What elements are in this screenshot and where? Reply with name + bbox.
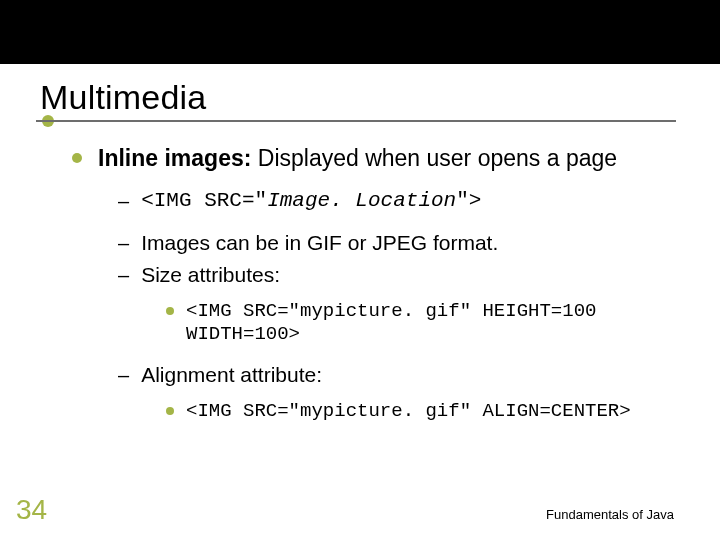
slide-body: Multimedia Inline images: Displayed when… <box>0 64 720 540</box>
title-underline <box>36 120 676 122</box>
dash-icon: – <box>118 262 129 288</box>
sub1-ital: Image. Location <box>267 189 456 212</box>
sub4-text: Alignment attribute: <box>141 362 672 388</box>
bullet-level3: <IMG SRC="mypicture. gif" HEIGHT=100 WID… <box>166 300 672 346</box>
bullet-level2-code: – <IMG SRC="Image. Location"> <box>118 188 672 214</box>
sub1-post: "> <box>456 189 481 212</box>
dash-icon: – <box>118 188 129 214</box>
sub1-code: <IMG SRC="Image. Location"> <box>141 188 672 214</box>
bullet-disc-icon <box>72 153 82 163</box>
slide-title: Multimedia <box>40 78 206 117</box>
top-black-bar <box>0 0 720 64</box>
dash-icon: – <box>118 362 129 388</box>
bullet1-rest: Displayed when user opens a page <box>251 145 617 171</box>
sub3-code: <IMG SRC="mypicture. gif" HEIGHT=100 WID… <box>186 300 672 346</box>
bullet-level3: <IMG SRC="mypicture. gif" ALIGN=CENTER> <box>166 400 672 423</box>
bullet-disc-icon <box>166 307 174 315</box>
dash-icon: – <box>118 230 129 256</box>
sub4-code: <IMG SRC="mypicture. gif" ALIGN=CENTER> <box>186 400 672 423</box>
bullet-level1: Inline images: Displayed when user opens… <box>72 144 672 172</box>
bullet1-label: Inline images: <box>98 145 251 171</box>
footer-text: Fundamentals of Java <box>546 507 674 522</box>
bullet-level2: – Size attributes: <box>118 262 672 288</box>
bullet-level2: – Alignment attribute: <box>118 362 672 388</box>
bullet1-text: Inline images: Displayed when user opens… <box>98 144 672 172</box>
page-number: 34 <box>16 494 47 526</box>
bullet-level2: – Images can be in GIF or JPEG format. <box>118 230 672 256</box>
content-area: Inline images: Displayed when user opens… <box>72 144 672 430</box>
bullet-disc-icon <box>166 407 174 415</box>
sub1-pre: <IMG SRC=" <box>141 189 267 212</box>
sub3-text: Size attributes: <box>141 262 672 288</box>
sub2-text: Images can be in GIF or JPEG format. <box>141 230 672 256</box>
